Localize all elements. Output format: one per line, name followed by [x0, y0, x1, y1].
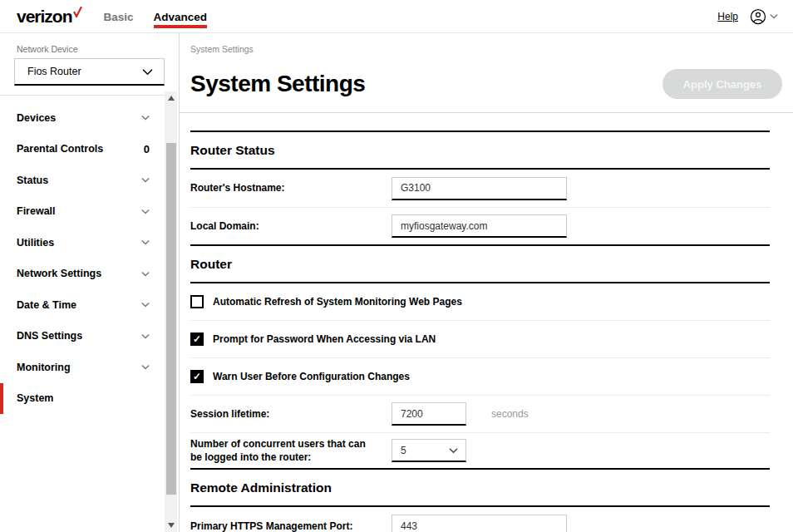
chevron-down-icon: [141, 209, 150, 214]
section-remote-admin-header: Remote Administration: [190, 470, 770, 507]
chevron-down-icon: [770, 13, 778, 19]
sidebar-scrollbar-thumb[interactable]: [166, 143, 176, 495]
parental-controls-count: 0: [144, 143, 150, 155]
sidebar-menu: Devices Parental Controls 0 Status Firew…: [0, 96, 165, 414]
sidebar-item-monitoring[interactable]: Monitoring: [0, 352, 165, 383]
sidebar-scrollbar[interactable]: [165, 91, 177, 532]
session-lifetime-row: Session lifetime: seconds: [190, 396, 770, 433]
section-router-status-header: Router Status: [190, 132, 770, 170]
https-port-label: Primary HTTPS Management Port:: [190, 520, 392, 532]
prompt-password-label: Prompt for Password When Accessing via L…: [213, 333, 436, 345]
chevron-down-icon: [141, 302, 150, 308]
concurrent-users-label: Number of concurrent users that can be l…: [190, 437, 392, 464]
mode-tabs: Basic Advanced: [104, 0, 208, 32]
concurrent-users-value: 5: [401, 445, 406, 456]
prompt-password-checkbox[interactable]: [190, 332, 204, 346]
auto-refresh-row: Automatic Refresh of System Monitoring W…: [190, 283, 770, 321]
verizon-wordmark: verizon: [17, 7, 72, 27]
chevron-down-icon: [141, 239, 150, 245]
session-lifetime-unit: seconds: [491, 408, 529, 420]
main-content: System Settings System Settings Apply Ch…: [180, 33, 793, 532]
page-title: System Settings: [190, 71, 365, 97]
help-link[interactable]: Help: [717, 11, 738, 22]
scroll-up-icon[interactable]: [168, 96, 175, 101]
chevron-down-icon: [141, 364, 150, 370]
concurrent-users-row: Number of concurrent users that can be l…: [190, 433, 770, 470]
warn-user-checkbox[interactable]: [190, 370, 204, 383]
header-right: Help: [717, 0, 793, 32]
chevron-down-icon: [142, 68, 153, 76]
section-title: Router: [190, 257, 232, 272]
https-port-input[interactable]: [392, 515, 567, 532]
sidebar-item-dns-settings[interactable]: DNS Settings: [0, 321, 165, 352]
verizon-checkmark-icon: [73, 7, 82, 17]
local-domain-row: Local Domain:: [190, 208, 770, 246]
warn-user-label: Warn User Before Configuration Changes: [213, 371, 410, 382]
account-menu[interactable]: [750, 8, 778, 25]
chevron-down-icon: [141, 115, 150, 121]
breadcrumb: System Settings: [190, 44, 793, 54]
auto-refresh-checkbox[interactable]: [190, 295, 204, 308]
sidebar-item-utilities[interactable]: Utilities: [0, 227, 165, 259]
network-device-value: Fios Router: [27, 66, 81, 77]
warn-user-row: Warn User Before Configuration Changes: [190, 358, 770, 396]
sidebar-item-parental-controls[interactable]: Parental Controls 0: [0, 134, 165, 165]
chevron-down-icon: [449, 447, 458, 454]
sidebar-item-date-time[interactable]: Date & Time: [0, 289, 165, 321]
prompt-password-row: Prompt for Password When Accessing via L…: [190, 321, 770, 358]
sidebar-item-network-settings[interactable]: Network Settings: [0, 259, 165, 290]
verizon-logo: verizon: [17, 0, 82, 32]
hostname-label: Router's Hostname:: [190, 181, 392, 195]
section-router-header: Router: [190, 246, 770, 283]
auto-refresh-label: Automatic Refresh of System Monitoring W…: [213, 296, 462, 308]
sidebar: Network Device Fios Router Devices Paren…: [0, 33, 180, 532]
sidebar-item-system[interactable]: System: [0, 383, 165, 415]
sidebar-item-firewall[interactable]: Firewall: [0, 196, 165, 228]
network-device-select[interactable]: Fios Router: [14, 58, 165, 86]
section-title: Router Status: [190, 143, 275, 158]
hostname-input[interactable]: [392, 177, 567, 200]
concurrent-users-select[interactable]: 5: [392, 439, 466, 462]
sidebar-item-status[interactable]: Status: [0, 165, 165, 196]
hostname-row: Router's Hostname:: [190, 170, 770, 208]
https-port-row: Primary HTTPS Management Port:: [190, 507, 770, 532]
local-domain-input[interactable]: [392, 214, 567, 238]
scroll-down-icon[interactable]: [168, 523, 175, 528]
network-device-label: Network Device: [17, 44, 179, 54]
sidebar-item-devices[interactable]: Devices: [0, 102, 165, 134]
section-title: Remote Administration: [190, 480, 332, 495]
local-domain-label: Local Domain:: [190, 219, 392, 233]
account-icon: [750, 8, 766, 25]
top-header: verizon Basic Advanced Help: [0, 0, 793, 33]
tab-advanced[interactable]: Advanced: [154, 0, 208, 33]
apply-changes-button[interactable]: Apply Changes: [662, 69, 782, 99]
router-admin-page: verizon Basic Advanced Help: [0, 0, 793, 532]
title-row: System Settings Apply Changes: [190, 69, 782, 99]
chevron-down-icon: [141, 177, 150, 183]
chevron-down-icon: [141, 271, 150, 277]
chevron-down-icon: [141, 333, 150, 339]
session-lifetime-input[interactable]: [392, 402, 466, 426]
settings-form: Router Status Router's Hostname: Local D…: [190, 113, 770, 532]
tab-basic[interactable]: Basic: [104, 0, 134, 33]
session-lifetime-label: Session lifetime:: [190, 407, 392, 421]
